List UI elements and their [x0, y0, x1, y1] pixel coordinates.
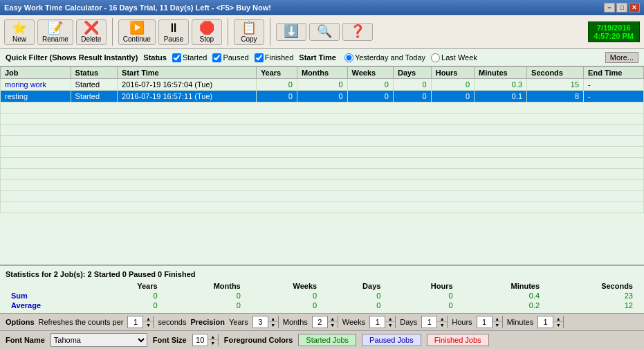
lastweek-filter[interactable]: Last Week	[431, 53, 477, 62]
cell-end-time: -	[584, 79, 644, 91]
stats-sum-days: 0	[322, 291, 386, 301]
minutes-prec-input[interactable]	[538, 316, 553, 328]
weeks-prec-input[interactable]	[370, 316, 385, 328]
finished-filter[interactable]: Finished	[255, 53, 294, 62]
font-bar: Font Name Tahoma Font Size ▲ ▼ Foregroun…	[0, 330, 644, 349]
hours-prec-input[interactable]	[477, 316, 493, 328]
yesterday-radio[interactable]	[344, 53, 353, 62]
stats-sum-weeks: 0	[246, 291, 322, 301]
cell-hours: 0	[431, 91, 474, 102]
days-precision-spinner[interactable]: ▲ ▼	[421, 316, 448, 328]
cell-end-time: -	[584, 91, 644, 102]
download-button[interactable]: ⬇️	[276, 23, 306, 41]
maximize-button[interactable]: □	[616, 3, 627, 12]
stats-col-hours: Hours	[386, 281, 458, 291]
table-row[interactable]: moring work Started 2016-07-19 16:57:04 …	[1, 79, 644, 91]
lastweek-radio[interactable]	[431, 53, 440, 62]
new-button[interactable]: ⭐ New	[4, 19, 35, 45]
cell-minutes: 0.3	[475, 79, 527, 91]
finished-jobs-color-button[interactable]: Finished Jobs	[427, 334, 489, 346]
continue-icon: ▶️	[129, 21, 145, 34]
font-size-input[interactable]	[193, 334, 208, 346]
hours-precision-spinner[interactable]: ▲ ▼	[477, 316, 503, 328]
font-name-select[interactable]: Tahoma	[50, 333, 147, 347]
paused-filter[interactable]: Paused	[212, 53, 248, 62]
finished-checkbox[interactable]	[255, 53, 264, 62]
weeks-prec-down[interactable]: ▼	[385, 322, 395, 328]
cell-job: moring work	[1, 79, 71, 91]
years-precision-spinner[interactable]: ▲ ▼	[252, 316, 279, 328]
stats-avg-months: 0	[163, 301, 246, 310]
delete-button[interactable]: ❌ Delete	[76, 19, 107, 45]
font-size-down[interactable]: ▼	[208, 340, 218, 346]
font-size-label: Font Size	[153, 336, 187, 344]
started-filter[interactable]: Started	[172, 53, 207, 62]
refresh-down-arrow[interactable]: ▼	[143, 322, 153, 328]
close-button[interactable]: ✕	[629, 3, 640, 12]
refresh-seconds-spinner[interactable]: ▲ ▼	[127, 316, 154, 328]
refresh-arrows: ▲ ▼	[143, 316, 153, 328]
minutes-precision-spinner[interactable]: ▲ ▼	[537, 316, 564, 328]
started-checkbox[interactable]	[172, 53, 181, 62]
weeks-precision-spinner[interactable]: ▲ ▼	[369, 316, 396, 328]
fg-colors-label: Foreground Colors	[224, 336, 293, 344]
stop-button[interactable]: 🛑 Stop	[192, 19, 222, 45]
col-minutes: Minutes	[475, 67, 527, 79]
cell-months: 0	[297, 79, 347, 91]
stats-row-avg: Average 0 0 0 0 0 0.2 12	[6, 301, 638, 310]
refresh-seconds-input[interactable]	[128, 316, 143, 328]
rename-button[interactable]: 📝 Rename	[37, 19, 73, 45]
help-button[interactable]: ❓	[342, 23, 373, 41]
minutes-prec-up[interactable]: ▲	[553, 316, 563, 322]
years-prec-label: Years	[229, 318, 248, 326]
empty-row	[1, 191, 644, 202]
years-prec-up[interactable]: ▲	[268, 316, 278, 322]
years-prec-down[interactable]: ▼	[268, 322, 278, 328]
days-prec-up[interactable]: ▲	[437, 316, 447, 322]
months-precision-spinner[interactable]: ▲ ▼	[312, 316, 338, 328]
hours-prec-down[interactable]: ▼	[493, 322, 502, 328]
minimize-button[interactable]: −	[604, 3, 615, 12]
table-row[interactable]: resting Started 2016-07-19 16:57:11 (Tue…	[1, 91, 644, 102]
weeks-prec-up[interactable]: ▲	[385, 316, 395, 322]
paused-jobs-color-button[interactable]: Paused Jobs	[362, 334, 421, 346]
months-prec-up[interactable]: ▲	[328, 316, 338, 322]
window-controls: − □ ✕	[604, 3, 640, 12]
stats-col-seconds: Seconds	[545, 281, 638, 291]
stats-col-months: Months	[163, 281, 246, 291]
stats-sum-seconds: 23	[545, 291, 638, 301]
pause-button[interactable]: ⏸ Pause	[158, 19, 189, 45]
paused-checkbox[interactable]	[212, 53, 221, 62]
empty-row	[1, 102, 644, 114]
copy-button[interactable]: 📋 Copy	[234, 19, 264, 45]
search-button[interactable]: 🔍	[309, 23, 340, 41]
cell-years: 0	[256, 91, 297, 102]
cell-days: 0	[393, 91, 431, 102]
started-jobs-color-button[interactable]: Started Jobs	[298, 334, 356, 346]
hours-prec-up[interactable]: ▲	[493, 316, 502, 322]
months-prec-input[interactable]	[313, 316, 328, 328]
days-prec-label: Days	[400, 318, 417, 326]
font-size-spinner[interactable]: ▲ ▼	[192, 334, 219, 346]
days-prec-down[interactable]: ▼	[437, 322, 447, 328]
copy-icon: 📋	[241, 21, 257, 34]
stats-area: Statistics for 2 Job(s): 2 Started 0 Pau…	[0, 265, 644, 313]
months-prec-down[interactable]: ▼	[328, 322, 338, 328]
col-start-time: Start Time	[118, 67, 257, 79]
minutes-prec-down[interactable]: ▼	[553, 322, 563, 328]
col-hours: Hours	[431, 67, 474, 79]
font-size-up[interactable]: ▲	[208, 334, 218, 340]
col-status: Status	[71, 67, 118, 79]
stop-icon: 🛑	[199, 21, 214, 34]
yesterday-filter[interactable]: Yesterday and Today	[344, 53, 425, 62]
refresh-up-arrow[interactable]: ▲	[143, 316, 153, 322]
options-label: Options	[6, 318, 35, 326]
years-prec-input[interactable]	[253, 316, 268, 328]
col-job: Job	[1, 67, 71, 79]
new-icon: ⭐	[12, 21, 27, 34]
days-prec-arrows: ▲ ▼	[437, 316, 447, 328]
more-button[interactable]: More...	[605, 52, 638, 63]
time-filter-group: Yesterday and Today Last Week	[344, 53, 477, 62]
days-prec-input[interactable]	[422, 316, 437, 328]
continue-button[interactable]: ▶️ Continue	[118, 19, 156, 45]
